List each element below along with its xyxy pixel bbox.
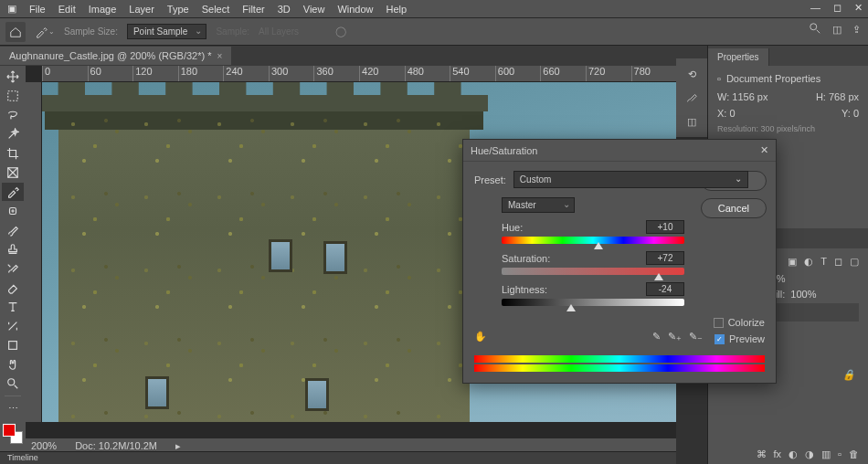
trash-icon[interactable]: 🗑	[849, 448, 859, 460]
ruler-horizontal[interactable]: 060120180240300360420480540600660720780	[42, 66, 676, 82]
saturation-slider[interactable]: Saturation:+72	[502, 251, 684, 275]
color-swatch[interactable]	[3, 424, 23, 444]
dialog-title: Hue/Saturation	[471, 145, 537, 156]
menu-help[interactable]: Help	[386, 4, 408, 15]
adjust-icon[interactable]: ◑	[805, 448, 814, 460]
history-brush-tool[interactable]	[2, 259, 24, 278]
minimize-icon[interactable]: —	[810, 2, 820, 14]
menu-edit[interactable]: Edit	[58, 4, 76, 15]
spectrum-bars	[474, 355, 765, 374]
svg-rect-1	[8, 91, 18, 101]
hand-icon[interactable]: ✋	[474, 331, 487, 343]
lasso-tool[interactable]	[2, 106, 24, 124]
clone-panel-icon[interactable]: ◫	[680, 111, 704, 132]
menu-view[interactable]: View	[303, 4, 325, 15]
frame-tool[interactable]	[2, 163, 24, 182]
stamp-tool[interactable]	[2, 240, 24, 258]
properties-title: Document Properties	[726, 73, 820, 84]
close-icon[interactable]: ✕	[760, 144, 768, 156]
filter-type-icon[interactable]: T	[820, 256, 827, 268]
menu-bar: ▣ File Edit Image Layer Type Select Filt…	[0, 0, 868, 18]
filter-shape-icon[interactable]: ◻	[834, 256, 842, 268]
crop-tool[interactable]	[2, 144, 24, 163]
marquee-tool[interactable]	[2, 87, 24, 105]
tab-properties[interactable]: Properties	[708, 48, 769, 66]
options-bar: ⌄ Sample Size: Point Sample Sample: All …	[0, 18, 868, 46]
lightness-value[interactable]: -24	[646, 282, 684, 296]
lock-icon: 🔒	[842, 369, 855, 381]
status-chevron-icon[interactable]: ▸	[175, 440, 181, 452]
lightness-slider[interactable]: Lightness:-24	[502, 282, 684, 306]
channel-dropdown[interactable]: Master	[502, 197, 575, 213]
search-icon[interactable]	[809, 22, 821, 37]
link-icon[interactable]: ⌘	[757, 448, 767, 460]
folder-icon[interactable]: ▥	[821, 448, 831, 460]
menu-layer[interactable]: Layer	[129, 4, 154, 15]
doc-size[interactable]: Doc: 10.2M/10.2M	[75, 440, 157, 451]
hue-saturation-dialog: Hue/Saturation ✕ OK Cancel Preset: Custo…	[462, 139, 777, 384]
hue-slider[interactable]: Hue:+10	[502, 220, 684, 244]
eyedropper-set-icon[interactable]: ✎	[652, 331, 661, 343]
eyedropper-sub-icon[interactable]: ✎₋	[689, 331, 703, 343]
filter-pixel-icon[interactable]: ▣	[788, 256, 797, 268]
dialog-titlebar[interactable]: Hue/Saturation ✕	[463, 140, 776, 162]
cancel-button[interactable]: Cancel	[701, 198, 767, 218]
hand-tool[interactable]	[2, 355, 24, 374]
eyedropper-add-icon[interactable]: ✎₊	[668, 331, 682, 343]
brush-tool[interactable]	[2, 221, 24, 239]
menu-select[interactable]: Select	[202, 4, 230, 15]
ruler-vertical[interactable]	[26, 82, 42, 422]
type-tool[interactable]	[2, 298, 24, 316]
zoom-tool[interactable]	[2, 374, 24, 393]
path-tool[interactable]	[2, 317, 24, 335]
filter-adjust-icon[interactable]: ◐	[804, 256, 813, 268]
zoom-level[interactable]: 200%	[31, 440, 57, 451]
close-window-icon[interactable]: ✕	[854, 2, 863, 14]
saturation-value[interactable]: +72	[646, 251, 684, 265]
lightness-label: Lightness:	[502, 284, 547, 295]
shape-tool[interactable]	[2, 336, 24, 354]
colorize-checkbox[interactable]: Colorize	[714, 317, 765, 328]
menu-3d[interactable]: 3D	[278, 4, 291, 15]
filter-smart-icon[interactable]: ▢	[850, 256, 859, 268]
home-button[interactable]	[5, 22, 26, 42]
preset-dropdown[interactable]: Custom	[513, 171, 748, 188]
preset-label: Preset:	[474, 174, 506, 185]
document-tab[interactable]: Aughnanure_Castle.jpg @ 200% (RGB/32*) *…	[0, 47, 231, 65]
brush-panel-icon[interactable]	[680, 88, 704, 108]
eraser-tool[interactable]	[2, 279, 24, 297]
properties-panel: ▫ Document Properties W: 1156 pxH: 768 p…	[708, 66, 868, 141]
fill-value[interactable]: 100%	[790, 289, 816, 300]
tab-close-icon[interactable]: ×	[217, 51, 223, 61]
foreground-color[interactable]	[3, 424, 16, 437]
move-tool[interactable]	[2, 68, 24, 86]
resolution-text: Resolution: 300 pixels/inch	[717, 124, 859, 133]
new-layer-icon[interactable]: ▫	[838, 448, 842, 460]
sample-size-dropdown[interactable]: Point Sample	[127, 24, 206, 39]
menu-window[interactable]: Window	[337, 4, 373, 15]
timeline-panel[interactable]: Timeline	[0, 451, 676, 464]
menu-type[interactable]: Type	[167, 4, 189, 15]
eyedropper-group: ✎ ✎₊ ✎₋	[652, 331, 703, 343]
heal-tool[interactable]	[2, 202, 24, 220]
ring-icon[interactable]: ◯	[335, 26, 346, 37]
preview-checkbox[interactable]: ✓Preview	[715, 333, 765, 344]
history-icon[interactable]: ⟲	[680, 64, 704, 84]
menu-filter[interactable]: Filter	[242, 4, 264, 15]
menu-file[interactable]: File	[29, 4, 46, 15]
layer-bottom-icons: ⌘ fx ◐ ◑ ▥ ▫ 🗑	[757, 448, 859, 460]
sample-label: Sample:	[216, 26, 249, 37]
edit-toolbar-icon[interactable]: ⋯	[2, 399, 24, 417]
eyedropper-tool[interactable]	[2, 183, 24, 201]
wand-tool[interactable]	[2, 125, 24, 143]
restore-icon[interactable]: ◻	[833, 2, 842, 14]
share-icon[interactable]: ⇪	[852, 24, 861, 36]
workspace-icon[interactable]: ◫	[832, 24, 842, 36]
hue-value[interactable]: +10	[646, 220, 684, 234]
image-content	[58, 102, 470, 422]
mask-icon[interactable]: ◐	[789, 448, 798, 460]
eyedropper-icon[interactable]: ⌄	[35, 22, 55, 42]
menu-image[interactable]: Image	[89, 4, 117, 15]
fx-icon[interactable]: fx	[774, 448, 782, 460]
app-icon: ▣	[7, 3, 16, 15]
